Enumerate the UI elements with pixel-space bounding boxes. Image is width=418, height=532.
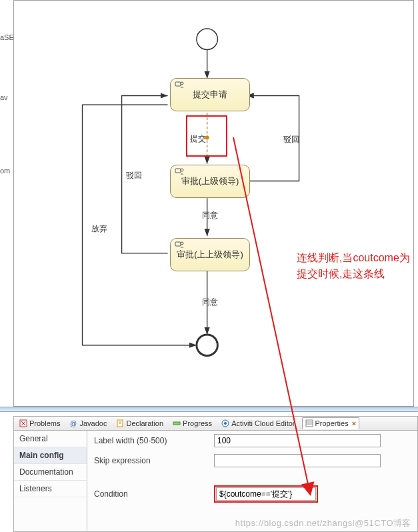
tab-progress[interactable]: Progress (170, 417, 215, 429)
highlight-submit-edge (186, 115, 227, 157)
tab-label: Javadoc (79, 419, 107, 427)
properties-form: Label width (50-500) Skip expression Con… (87, 431, 417, 531)
properties-categories: General Main config Documentation Listen… (14, 431, 87, 531)
label-width-input[interactable] (214, 434, 381, 447)
task-approve-l1[interactable]: 审批(上级领导) (170, 165, 250, 198)
svg-point-0 (197, 29, 218, 50)
cat-general[interactable]: General (14, 431, 87, 447)
condition-input[interactable] (216, 487, 316, 501)
svg-point-23 (224, 422, 227, 425)
edge-label-reject1: 驳回 (283, 134, 299, 145)
svg-text:@: @ (70, 420, 77, 427)
task-submit-application[interactable]: 提交申请 (170, 78, 250, 111)
tab-label: Problems (29, 419, 60, 427)
tab-javadoc[interactable]: @ Javadoc (67, 417, 109, 429)
human-icon (175, 81, 184, 89)
frag-b: av (0, 93, 8, 101)
cat-documentation[interactable]: Documentation (14, 464, 87, 481)
annotation-text: 连线判断,当coutcome为提交时候,走这条线 (297, 250, 410, 282)
label-width-label: Label width (50-500) (87, 436, 214, 445)
svg-rect-9 (175, 169, 181, 173)
javadoc-icon: @ (69, 419, 77, 427)
progress-icon (173, 419, 181, 427)
svg-point-10 (181, 169, 183, 171)
svg-point-12 (181, 242, 183, 245)
skip-expression-label: Skip expression (87, 456, 214, 465)
edge-label-abandon: 放弃 (91, 223, 107, 235)
edge-label-agree1: 同意 (202, 210, 218, 221)
frag-c: om (0, 167, 10, 175)
cat-listeners[interactable]: Listeners (14, 481, 87, 497)
cat-main-config[interactable]: Main config (14, 447, 87, 464)
tab-label: Progress (183, 419, 212, 427)
condition-label: Condition (87, 489, 214, 499)
edge-label-reject2: 驳回 (126, 170, 142, 181)
declaration-icon (116, 419, 124, 427)
flow-svg (17, 3, 411, 403)
views-tabbar: Problems @ Javadoc Declaration Progress … (13, 416, 418, 431)
human-icon (175, 241, 184, 249)
tab-properties[interactable]: Properties × (302, 417, 360, 429)
highlight-condition (214, 485, 318, 503)
diagram-canvas[interactable]: 提交申请 审批(上级领导) 审批(上上级领导) 提交 驳回 驳回 同意 同意 放… (13, 0, 414, 407)
properties-icon (305, 419, 313, 427)
edge-label-agree2: 同意 (202, 297, 218, 308)
svg-rect-21 (173, 422, 180, 425)
task-label: 审批(上级领导) (181, 175, 239, 187)
skip-expression-input[interactable] (214, 454, 381, 467)
tab-label: Declaration (126, 419, 163, 427)
svg-rect-11 (175, 242, 181, 246)
watermark: https://blog.csdn.net/zhangsi@51CTO博客 (235, 517, 411, 529)
tab-activiti[interactable]: Activiti Cloud Editor (219, 417, 297, 429)
activiti-icon (221, 419, 229, 427)
close-icon[interactable]: × (352, 419, 356, 427)
tab-declaration[interactable]: Declaration (113, 417, 166, 429)
problems-icon (19, 419, 27, 427)
frag-a: aSE (0, 33, 14, 41)
task-label: 审批(上上级领导) (177, 249, 243, 261)
tab-label: Activiti Cloud Editor (231, 419, 295, 427)
svg-rect-24 (306, 420, 313, 427)
sash[interactable] (0, 407, 418, 412)
svg-point-6 (197, 335, 218, 356)
svg-point-8 (181, 82, 183, 85)
svg-rect-7 (175, 82, 181, 86)
tab-problems[interactable]: Problems (17, 417, 63, 429)
task-label: 提交申请 (193, 89, 227, 101)
human-icon (175, 168, 184, 176)
task-approve-l2[interactable]: 审批(上上级领导) (170, 238, 250, 271)
tab-label: Properties (315, 419, 349, 427)
left-fragment: aSE av om (0, 0, 13, 407)
